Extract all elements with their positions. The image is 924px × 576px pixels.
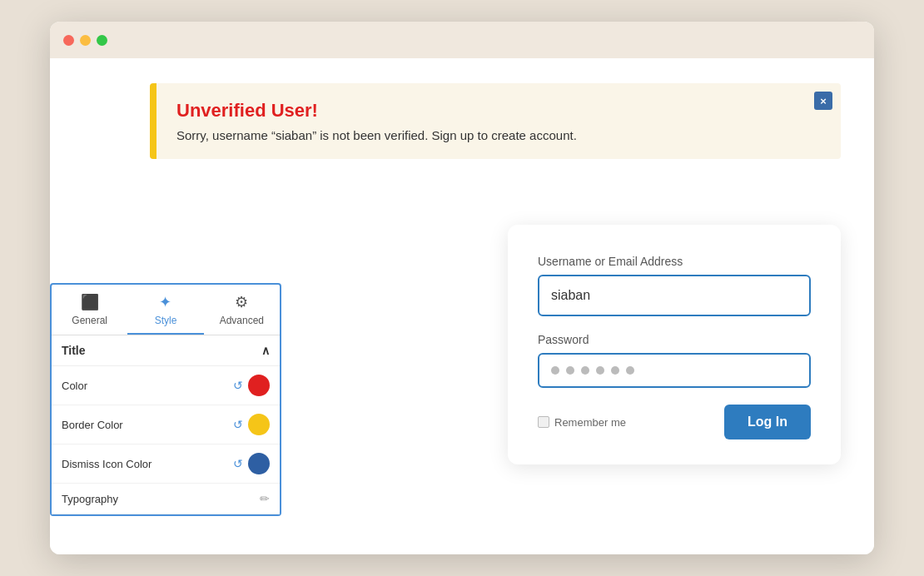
- typography-edit-icon[interactable]: ✏: [260, 492, 270, 505]
- password-input-display[interactable]: [538, 353, 811, 388]
- username-group: Username or Email Address: [538, 255, 811, 316]
- color-label: Color: [62, 380, 87, 392]
- panel-row-typography: Typography ✏: [52, 484, 280, 514]
- alert-dismiss-button[interactable]: ×: [814, 92, 832, 110]
- traffic-light-close[interactable]: [63, 35, 74, 46]
- border-color-label: Border Color: [62, 419, 123, 431]
- password-dot-1: [551, 366, 559, 375]
- traffic-lights: [63, 35, 107, 46]
- password-group: Password: [538, 333, 811, 388]
- alert-title: Unverified User!: [176, 100, 821, 122]
- dismiss-icon-color-label: Dismiss Icon Color: [62, 458, 152, 470]
- password-dot-4: [596, 366, 604, 375]
- username-label: Username or Email Address: [538, 255, 811, 268]
- username-input[interactable]: [538, 275, 811, 316]
- password-dot-6: [626, 366, 634, 375]
- tab-general[interactable]: ⬛ General: [52, 285, 127, 335]
- remember-me-checkbox[interactable]: [538, 416, 549, 428]
- color-swatch-red[interactable]: [248, 375, 270, 396]
- traffic-light-maximize[interactable]: [97, 35, 107, 46]
- tab-advanced-label: Advanced: [220, 315, 264, 326]
- typography-controls: ✏: [260, 492, 270, 505]
- password-label: Password: [538, 333, 811, 346]
- password-dot-3: [581, 366, 589, 375]
- tab-advanced[interactable]: ⚙ Advanced: [204, 285, 280, 335]
- traffic-light-minimize[interactable]: [80, 35, 91, 46]
- general-icon: ⬛: [81, 293, 99, 311]
- dismiss-icon-color-controls: ↺: [233, 453, 270, 474]
- color-swatch-blue[interactable]: [248, 453, 270, 474]
- panel-row-dismiss-icon-color: Dismiss Icon Color ↺: [52, 444, 280, 484]
- browser-content: Unverified User! Sorry, username “siaban…: [50, 58, 874, 554]
- alert-banner: Unverified User! Sorry, username “siaban…: [150, 83, 841, 159]
- browser-window: Unverified User! Sorry, username “siaban…: [50, 22, 874, 554]
- tab-style-label: Style: [155, 315, 177, 326]
- section-title-text: Title: [62, 344, 86, 357]
- panel-row-border-color: Border Color ↺: [52, 405, 280, 444]
- settings-panel: ⬛ General ✦ Style ⚙ Advanced Title ∧ Col…: [50, 283, 281, 516]
- tab-style[interactable]: ✦ Style: [127, 285, 203, 335]
- alert-body: Sorry, username “siaban” is not been ver…: [176, 128, 821, 142]
- border-color-reset-icon[interactable]: ↺: [233, 418, 243, 431]
- panel-tabs: ⬛ General ✦ Style ⚙ Advanced: [52, 285, 280, 335]
- color-swatch-yellow[interactable]: [248, 414, 270, 435]
- section-collapse-icon[interactable]: ∧: [261, 344, 270, 357]
- remember-me-group: Remember me: [538, 416, 626, 429]
- dismiss-icon-color-reset-icon[interactable]: ↺: [233, 457, 243, 470]
- password-dot-2: [566, 366, 574, 375]
- password-dot-5: [611, 366, 619, 375]
- color-controls: ↺: [233, 375, 270, 396]
- color-reset-icon[interactable]: ↺: [233, 379, 243, 392]
- border-color-controls: ↺: [233, 414, 270, 435]
- tab-general-label: General: [72, 315, 107, 326]
- browser-titlebar: [50, 22, 874, 58]
- login-button[interactable]: Log In: [724, 405, 811, 439]
- form-footer: Remember me Log In: [538, 405, 811, 439]
- advanced-icon: ⚙: [235, 293, 248, 311]
- remember-me-label: Remember me: [554, 416, 626, 429]
- panel-row-color: Color ↺: [52, 366, 280, 405]
- panel-section-title: Title ∧: [52, 335, 280, 366]
- login-card: Username or Email Address Password Remem…: [508, 225, 841, 464]
- style-icon: ✦: [159, 293, 171, 311]
- typography-label: Typography: [62, 493, 118, 505]
